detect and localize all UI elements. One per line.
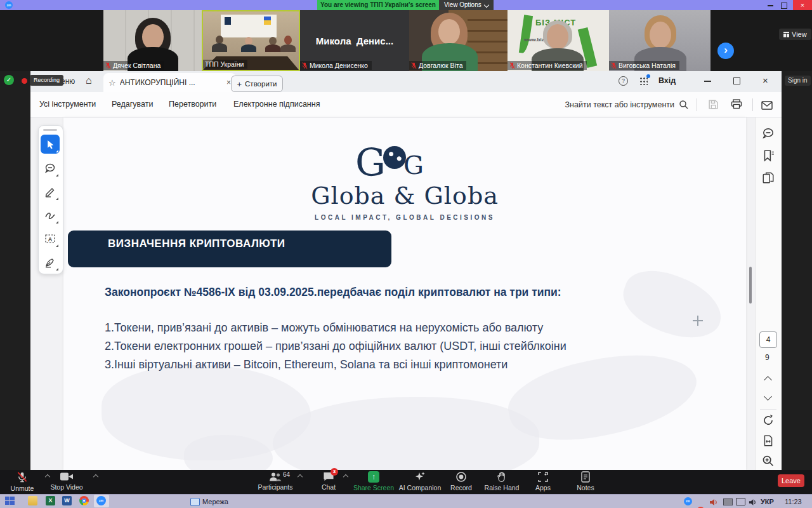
excel-icon[interactable]: X	[46, 496, 55, 505]
participants-button[interactable]: Participants	[250, 471, 301, 491]
bookmarks-panel-icon[interactable]	[762, 149, 775, 164]
text-box-icon: A	[44, 233, 56, 244]
clock[interactable]: 11:23	[785, 498, 802, 505]
tray-speaker-muted-icon[interactable]	[709, 497, 718, 508]
close-tab-icon[interactable]: ×	[226, 78, 231, 87]
search-icon[interactable]	[679, 100, 689, 112]
mail-icon[interactable]	[761, 101, 773, 112]
notes-button[interactable]: Notes	[568, 471, 603, 491]
meeting-minimize-button[interactable]	[764, 0, 776, 10]
comment-icon	[44, 163, 56, 174]
ai-companion-label: AI Companion	[399, 484, 442, 491]
menu-convert[interactable]: Перетворити	[169, 100, 216, 109]
add-text-tool-button[interactable]: A	[41, 229, 60, 248]
video-tile[interactable]: Дячек Світлана	[103, 10, 202, 71]
highlight-tool-button[interactable]	[41, 182, 60, 201]
participants-label: Participants	[258, 483, 293, 491]
stop-video-button[interactable]: Stop Video	[44, 471, 89, 491]
security-shield-icon[interactable]: ✓	[4, 75, 14, 85]
meeting-restore-button[interactable]	[778, 0, 790, 10]
participant-name: Дячек Світлана	[113, 62, 160, 69]
help-icon[interactable]: ?	[619, 76, 628, 86]
video-tile[interactable]: Довгалюк Віта	[409, 10, 508, 71]
tray-volume-icon[interactable]	[749, 497, 757, 508]
menu-esign[interactable]: Електронне підписання	[233, 100, 320, 109]
chat-button[interactable]: Chat	[310, 471, 348, 491]
save-icon[interactable]	[708, 99, 719, 112]
apps-icon	[537, 471, 549, 483]
rotate-page-icon[interactable]	[762, 414, 775, 429]
language-indicator[interactable]: УКР	[761, 498, 774, 505]
network-popup-icon[interactable]	[190, 498, 200, 506]
signin-right-button[interactable]: Sign in	[785, 76, 811, 86]
menu-all-tools[interactable]: Усі інструменти	[39, 100, 96, 109]
apps-waffle-icon[interactable]	[639, 77, 648, 85]
tray-display-icon[interactable]	[723, 498, 733, 505]
notes-icon	[581, 471, 590, 483]
fit-width-icon[interactable]	[762, 434, 775, 450]
divider	[697, 98, 697, 111]
tray-zoom-icon[interactable]: zm	[684, 497, 692, 505]
screen: zm You are viewing ТПП України's screen …	[0, 0, 812, 508]
star-icon[interactable]: ☆	[108, 78, 116, 88]
logo-tagline: LOCAL IMPACT, GLOBAL DECISIONS	[315, 214, 495, 221]
next-participants-button[interactable]: ›	[717, 43, 734, 59]
start-button[interactable]	[5, 497, 15, 505]
view-button-label: View	[792, 30, 807, 38]
mic-muted-icon	[509, 62, 515, 69]
video-tile[interactable]: Виговська Наталія	[609, 10, 710, 71]
current-page-input[interactable]: 4	[759, 331, 777, 348]
app-restore-button[interactable]	[733, 77, 740, 84]
document-tab[interactable]: ☆ АНТИКОРУПЦІЙНІ ... ×	[103, 73, 236, 92]
tool-expand-corner	[56, 221, 58, 224]
vertical-scrollbar[interactable]	[749, 267, 752, 304]
draw-tool-button[interactable]	[41, 206, 60, 225]
highlighter-icon	[44, 186, 56, 197]
raise-hand-button[interactable]: Raise Hand	[480, 471, 524, 491]
app-minimize-button[interactable]	[704, 81, 711, 82]
network-popup-label[interactable]: Мережа	[202, 498, 228, 505]
raise-hand-icon	[497, 471, 507, 483]
view-options-button[interactable]: View Options	[439, 0, 494, 10]
slide-title-banner: ВИЗНАЧЕННЯ КРИПТОВАЛЮТИ	[68, 231, 391, 267]
comments-panel-icon[interactable]	[762, 127, 775, 142]
signin-button[interactable]: Вхід	[658, 76, 676, 85]
tray-network-icon[interactable]	[736, 498, 745, 505]
ai-companion-button[interactable]: AI Companion	[396, 471, 443, 491]
meeting-close-button[interactable]: ×	[793, 0, 812, 10]
comment-tool-button[interactable]	[41, 159, 60, 178]
panel-drag-handle[interactable]	[43, 129, 57, 131]
record-label: Record	[450, 484, 472, 491]
gallery-view-button[interactable]: View	[779, 29, 811, 40]
zoom-taskbar-icon[interactable]: zm	[96, 496, 106, 505]
mic-muted-icon	[611, 62, 617, 69]
select-tool-button[interactable]	[41, 135, 60, 154]
logo-monogram: G	[355, 144, 386, 182]
share-screen-button[interactable]: ↑ Share Screen	[351, 471, 396, 491]
chrome-icon[interactable]	[79, 496, 89, 505]
print-icon[interactable]	[731, 99, 742, 112]
unmute-button[interactable]: Unmute	[3, 471, 41, 492]
mic-muted-icon	[411, 62, 417, 69]
participant-name: Виговська Наталія	[619, 62, 676, 69]
word-icon[interactable]: W	[62, 496, 72, 505]
menu-edit[interactable]: Редагувати	[112, 100, 153, 109]
page-thumbnails-icon[interactable]	[762, 171, 775, 187]
search-label[interactable]: Знайти текст або інструменти	[561, 100, 674, 109]
video-tile-active-speaker[interactable]: ТПП України	[202, 10, 300, 71]
video-tile[interactable]: БІЗ МІСТ www.biz ua Константин Киевский	[508, 10, 609, 71]
leave-button[interactable]: Leave	[778, 474, 804, 487]
file-explorer-icon[interactable]	[28, 496, 37, 505]
app-close-button[interactable]: ×	[763, 75, 768, 86]
video-tile[interactable]: Микола Денис... Микола Денисенко	[300, 10, 409, 71]
share-screen-icon: ↑	[368, 471, 379, 483]
participant-video-strip: Дячек Світлана ТПП України	[0, 10, 812, 71]
tool-expand-corner	[56, 197, 58, 200]
apps-button[interactable]: Apps	[525, 471, 561, 491]
participant-name-badge: Микола Денисенко	[300, 61, 372, 70]
zoom-in-icon[interactable]	[762, 455, 775, 470]
record-button[interactable]: Record	[442, 471, 480, 491]
create-button[interactable]: + Створити	[231, 76, 283, 92]
sign-tool-button[interactable]	[41, 253, 60, 272]
home-icon[interactable]: ⌂	[86, 75, 92, 86]
